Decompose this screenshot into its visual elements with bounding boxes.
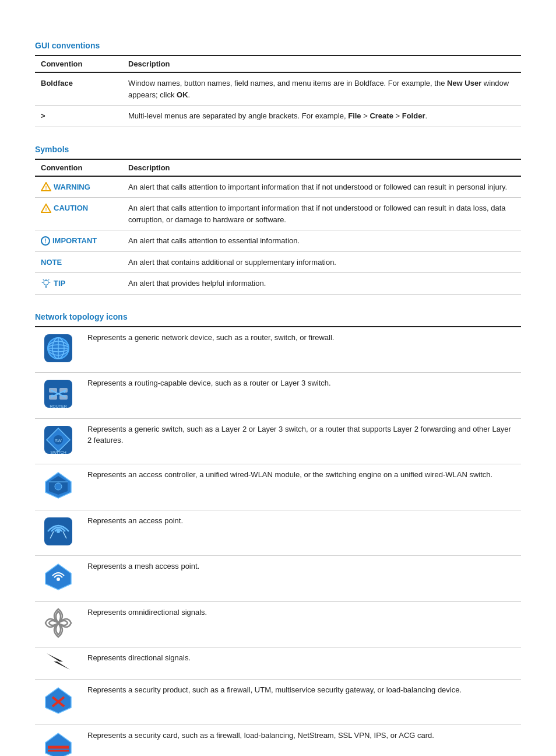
security-card-icon [42,730,75,756]
gui-conventions-table: Convention Description Boldface Window n… [35,55,521,127]
svg-marker-51 [47,653,70,670]
table-row: Represents an access point. [35,510,521,556]
dir-signal-description: Represents directional signals. [82,648,521,680]
dir-signal-icon-cell [35,648,82,680]
network-topology-title: Network topology icons [35,312,521,321]
svg-point-50 [57,578,60,581]
svg-point-6 [44,280,48,285]
table-row: ! CAUTION An alert that calls attention … [35,198,521,230]
note-convention: NOTE [35,251,122,273]
tip-label-text: TIP [54,278,65,289]
access-controller-description: Represents an access controller, a unifi… [82,464,521,510]
caution-triangle-icon: ! [41,204,51,213]
arrow-convention: > [35,106,122,127]
generic-device-icon [42,332,75,365]
gui-conventions-section: GUI conventions Convention Description B… [35,41,521,127]
mesh-access-point-description: Represents a mesh access point. [82,556,521,602]
network-topology-section: Network topology icons Rep [35,312,521,757]
sym-desc-header: Description [122,159,521,176]
note-description: An alert that contains additional or sup… [122,251,521,273]
tip-lightbulb-icon [41,279,51,288]
generic-device-description: Represents a generic network device, suc… [82,327,521,373]
table-row: Boldface Window names, button names, fie… [35,72,521,106]
table-row: Represents a mesh access point. [35,556,521,602]
table-row: ! WARNING An alert that calls attention … [35,176,521,198]
caution-convention: ! CAUTION [35,198,122,230]
svg-marker-56 [45,733,71,756]
caution-label-text: CAUTION [54,202,88,214]
mesh-access-point-icon [42,561,75,593]
switch-description: Represents a generic switch, such as a L… [82,418,521,464]
table-row: Represents a security card, such as a fi… [35,725,521,757]
omni-signal-icon-cell [35,601,82,648]
table-row: > Multi-level menus are separated by ang… [35,106,521,127]
symbols-table: Convention Description ! WARNING An aler… [35,159,521,295]
svg-text:!: ! [44,238,46,244]
access-controller-icon [42,469,75,502]
important-circle-icon: ! [41,236,50,246]
gui-conventions-title: GUI conventions [35,41,521,50]
important-convention: ! IMPORTANT [35,230,122,252]
svg-text:SW: SW [55,439,62,443]
svg-text:!: ! [45,206,47,212]
table-row: ROUTER Represents a routing-capable devi… [35,373,521,419]
switch-icon: SW SWITCH [42,424,75,456]
svg-line-10 [43,279,44,280]
warning-convention: ! WARNING [35,176,122,198]
boldface-description: Window names, button names, field names,… [122,72,521,106]
sym-conv-header: Convention [35,159,122,176]
security-card-description: Represents a security card, such as a fi… [82,725,521,757]
arrow-description: Multi-level menus are separated by angle… [122,106,521,127]
network-topology-table: Represents a generic network device, suc… [35,326,521,757]
access-point-icon [42,515,75,548]
symbols-title: Symbols [35,145,521,154]
caution-description: An alert that calls attention to importa… [122,198,521,230]
svg-text:ROUTER: ROUTER [50,404,67,408]
table-row: NOTE An alert that contains additional o… [35,251,521,273]
table-row: Represents omnidirectional signals. [35,601,521,648]
security-card-icon-cell [35,725,82,757]
svg-point-45 [57,530,60,533]
table-row: SW SWITCH Represents a generic switch, s… [35,418,521,464]
access-controller-icon-cell [35,464,82,510]
svg-line-11 [48,279,49,280]
access-point-description: Represents an access point. [82,510,521,556]
svg-point-43 [55,483,62,490]
tip-convention: TIP [35,273,122,295]
table-row: ! IMPORTANT An alert that calls attentio… [35,230,521,252]
gui-desc-header: Description [122,55,521,72]
dir-signal-icon [42,652,75,671]
important-description: An alert that calls attention to essenti… [122,230,521,252]
tip-description: An alert that provides helpful informati… [122,273,521,295]
warning-label-text: WARNING [54,181,90,193]
table-row: TIP An alert that provides helpful infor… [35,273,521,295]
security-product-icon [42,684,75,717]
omni-signal-icon [42,607,75,639]
warning-description: An alert that calls attention to importa… [122,176,521,198]
note-label-text: NOTE [41,258,62,267]
important-label-text: IMPORTANT [52,235,97,247]
svg-text:SWITCH: SWITCH [50,450,66,454]
router-icon-cell: ROUTER [35,373,82,419]
router-icon: ROUTER [42,377,75,410]
table-row: Represents directional signals. [35,648,521,680]
boldface-convention: Boldface [35,72,122,106]
warning-triangle-icon: ! [41,182,51,191]
security-product-icon-cell [35,679,82,725]
svg-text:!: ! [45,185,47,191]
table-row: Represents a generic network device, suc… [35,327,521,373]
switch-icon-cell: SW SWITCH [35,418,82,464]
access-point-icon-cell [35,510,82,556]
router-description: Represents a routing-capable device, suc… [82,373,521,419]
symbols-section: Symbols Convention Description ! WARNING [35,145,521,295]
generic-device-icon-cell [35,327,82,373]
gui-conv-header: Convention [35,55,122,72]
table-row: Represents a security product, such as a… [35,679,521,725]
table-row: Represents an access controller, a unifi… [35,464,521,510]
security-product-description: Represents a security product, such as a… [82,679,521,725]
mesh-access-point-icon-cell [35,556,82,602]
omni-signal-description: Represents omnidirectional signals. [82,601,521,648]
